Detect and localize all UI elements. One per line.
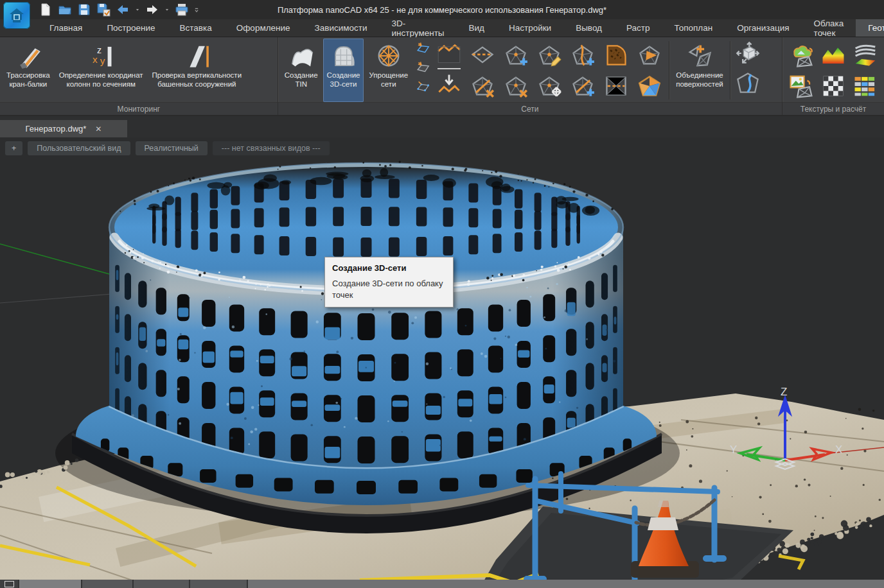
ribbon-icon-mesh-edge-add[interactable] (566, 71, 599, 101)
ribbon-icon-mesh-colored-facets[interactable] (633, 71, 666, 101)
ribbon-icon-mesh-curve-add[interactable] (566, 40, 599, 71)
xyz-coords-icon: zxy (88, 41, 114, 71)
ribbon-tab-Вставка[interactable]: Вставка (168, 19, 224, 37)
ribbon-tab-bar: ГлавнаяПостроениеВставкаОформлениеЗависи… (0, 19, 884, 37)
ribbon-tab-Вид[interactable]: Вид (457, 19, 497, 37)
close-icon[interactable]: ✕ (95, 125, 102, 134)
ribbon-icon-surface-stack-rainbow[interactable] (849, 40, 881, 71)
status-cell-2[interactable] (134, 580, 189, 588)
ribbon-icon-image-to-mesh[interactable] (785, 71, 817, 101)
ribbon-button-merge-surfaces[interactable]: Объединение поверхностей (672, 39, 727, 102)
ribbon-icon-mesh-section-dashed[interactable] (466, 40, 499, 71)
ribbon-icon-terrain-profile[interactable] (436, 40, 463, 67)
title-bar: Платформа nanoCAD x64 25 - не для коммер… (0, 0, 884, 19)
save-as-icon[interactable] (95, 2, 112, 17)
ribbon-icon-surface-extract-points[interactable] (414, 78, 431, 95)
ribbon-tab-Растр[interactable]: Растр (614, 19, 662, 37)
ribbon-tab-Оформление[interactable]: Оформление (224, 19, 303, 37)
tooltip-title: Создание 3D-сети (332, 263, 446, 273)
ribbon-tab-Геотехнич[interactable]: Геотехнич (856, 19, 884, 37)
ribbon-tab-Главная[interactable]: Главная (37, 19, 94, 37)
ribbon-button-crane-beam[interactable]: Трассировка кран-балки (3, 39, 54, 102)
nanocad-logo-icon (7, 6, 26, 25)
ribbon-button-label: Создание TIN (285, 71, 318, 89)
app-logo-button[interactable] (3, 2, 30, 29)
panel-textures: Текстуры и расчёт (782, 37, 884, 115)
ribbon-icon-mesh-boundary-dashed[interactable] (599, 71, 633, 101)
point-cloud-scene: Z Y X (0, 137, 884, 588)
open-folder-icon[interactable] (57, 2, 73, 17)
ribbon-button-xyz-coords[interactable]: zxyОпределение координат колонн по сечен… (55, 39, 147, 102)
ribbon-tab-Настройки[interactable]: Настройки (497, 19, 563, 37)
wire-sphere-icon (376, 41, 402, 71)
new-document-icon[interactable] (37, 2, 54, 17)
nanocad-window: Платформа nanoCAD x64 25 - не для коммер… (0, 0, 884, 588)
ribbon-tab-Построение[interactable]: Построение (94, 19, 167, 37)
ribbon-icon-mesh-edit[interactable] (533, 40, 566, 71)
status-drawing-mode-button[interactable] (0, 580, 18, 588)
ribbon-icon-cube-axes[interactable] (734, 40, 761, 67)
ribbon-icon-mesh-delete[interactable] (499, 71, 533, 101)
forward-arrow-icon[interactable] (144, 2, 161, 17)
status-bar-partial (0, 580, 884, 588)
ribbon: Трассировка кран-балкиzxyОпределение коо… (0, 37, 884, 116)
ribbon-icon-mesh-add[interactable] (499, 40, 533, 71)
ribbon-button-label: Создание 3D-сети (327, 71, 360, 89)
mesh-dome-icon (331, 41, 357, 71)
save-icon[interactable] (76, 2, 93, 17)
status-cell-3[interactable] (190, 580, 247, 588)
tooltip: Создание 3D-сети Создание 3D-сети по обл… (324, 257, 454, 307)
vertical-check-icon (184, 41, 209, 71)
ribbon-tab-Вывод[interactable]: Вывод (563, 19, 614, 37)
ribbon-icon-checkerboard-texture[interactable] (817, 71, 849, 101)
ribbon-button-label: Определение координат колонн по сечениям (59, 71, 143, 89)
crane-beam-icon (15, 41, 41, 71)
ribbon-button-label: Проверка вертикальности башенных сооруже… (152, 71, 242, 89)
forward-dropdown-icon[interactable] (163, 2, 171, 17)
ribbon-icon-relief-colors[interactable] (817, 40, 849, 71)
status-bar-strip (248, 580, 884, 588)
ribbon-button-label: Упрощение сети (369, 71, 408, 89)
ribbon-button-label: Трассировка кран-балки (6, 71, 50, 89)
ribbon-button-vertical-check[interactable]: Проверка вертикальности башенных сооруже… (148, 39, 245, 102)
status-segment[interactable] (19, 580, 81, 588)
ribbon-button-wire-sphere[interactable]: Упрощение сети (365, 39, 412, 102)
status-cell-1[interactable] (82, 580, 132, 588)
ribbon-icon-mesh-blue-curve[interactable] (734, 69, 761, 96)
linked-views-button[interactable]: --- нет связанных видов --- (213, 141, 330, 155)
ribbon-tab-Организация[interactable]: Организация (725, 19, 801, 37)
ribbon-tab-Зависимости[interactable]: Зависимости (303, 19, 380, 37)
ribbon-button-tin-surface[interactable]: Создание TIN (281, 39, 322, 102)
print-icon[interactable] (173, 2, 190, 17)
ribbon-icon-simplify-arrow[interactable] (436, 71, 463, 98)
y-axis-label: Y (730, 444, 737, 456)
panel-monitoring: Трассировка кран-балкиzxyОпределение коо… (0, 37, 278, 115)
surface-edit-column (733, 39, 763, 102)
panel-label-nets: Сети (278, 102, 782, 115)
ribbon-icon-terrain-excavation[interactable] (599, 40, 633, 71)
ribbon-tab-3D-инструменты[interactable]: 3D-инструменты (380, 19, 457, 37)
ribbon-icon-grid-table-colors[interactable] (849, 71, 881, 101)
back-arrow-icon[interactable] (114, 2, 131, 17)
document-tab[interactable]: Генератор.dwg* ✕ (0, 120, 127, 137)
back-dropdown-icon[interactable] (134, 2, 141, 17)
ribbon-icon-surface-extract-blue[interactable] (414, 40, 431, 56)
ribbon-icon-surface-extract-gray[interactable] (414, 59, 431, 76)
ribbon-icon-cloud-texture-mesh[interactable] (785, 40, 817, 71)
svg-text:x: x (93, 54, 98, 65)
viewport-3d[interactable]: Z Y X + Пользовательский вид Реалистичны… (0, 137, 884, 588)
toolbar-overflow-icon[interactable] (193, 2, 200, 17)
view-preset-button[interactable]: Пользовательский вид (28, 141, 130, 155)
ribbon-tab-Топоплан[interactable]: Топоплан (662, 19, 725, 37)
mesh-tools-grid (466, 39, 666, 102)
ribbon-icon-mesh-edge-delete[interactable] (466, 71, 499, 101)
x-axis-label: X (835, 444, 842, 456)
z-axis-label: Z (781, 386, 787, 398)
ribbon-button-mesh-dome[interactable]: Создание 3D-сети (323, 39, 364, 102)
ribbon-icon-mesh-triangle-fill[interactable] (633, 40, 666, 71)
ribbon-icon-mesh-move[interactable] (533, 71, 566, 101)
ribbon-tab-Облака точек[interactable]: Облака точек (802, 19, 856, 37)
divider (438, 68, 461, 69)
visual-style-button[interactable]: Реалистичный (136, 141, 208, 155)
add-viewport-button[interactable]: + (5, 141, 22, 155)
